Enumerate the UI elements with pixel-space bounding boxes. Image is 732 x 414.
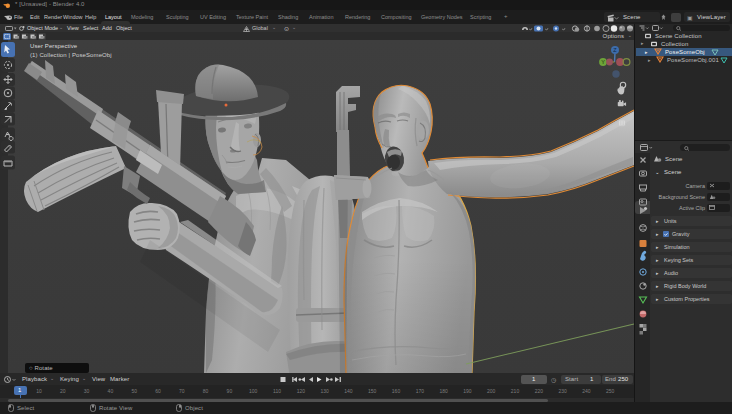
svg-text:Y: Y: [601, 59, 605, 65]
